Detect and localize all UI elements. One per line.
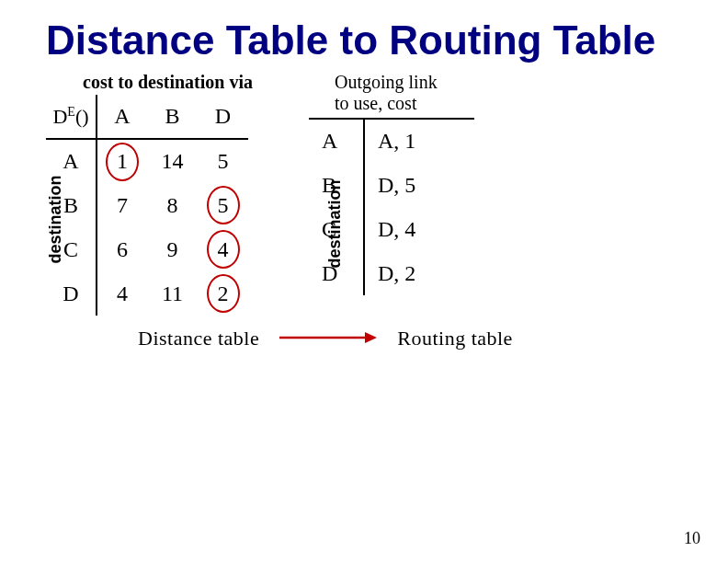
cell: 7 bbox=[97, 183, 147, 227]
rt-dest: D bbox=[309, 251, 364, 295]
cell: 4 bbox=[198, 227, 248, 271]
rt-val: D, 2 bbox=[364, 251, 474, 295]
cell: 8 bbox=[147, 183, 198, 227]
cell: 14 bbox=[147, 139, 198, 183]
cost-via-label: cost to destination via bbox=[83, 72, 253, 93]
cell: 5 bbox=[198, 139, 248, 183]
corner-paren: () bbox=[75, 105, 89, 128]
row-header: D bbox=[46, 271, 97, 316]
cell: 6 bbox=[97, 227, 147, 271]
rt-val: D, 4 bbox=[364, 207, 474, 251]
corner-d: D bbox=[52, 105, 67, 128]
corner-label: DE() bbox=[46, 95, 97, 139]
col-header: D bbox=[198, 95, 248, 139]
rt-val: D, 5 bbox=[364, 163, 474, 207]
outgoing-label: Outgoing link to use, cost bbox=[335, 72, 474, 114]
rt-dest: A bbox=[309, 119, 364, 163]
page-title: Distance Table to Routing Table bbox=[46, 18, 682, 63]
routing-table-block: destination Outgoing link to use, cost A… bbox=[309, 72, 474, 295]
cell: 11 bbox=[147, 271, 198, 316]
distance-table: DE() A B D A 1 14 5 B 7 8 5 bbox=[46, 95, 248, 316]
outgoing-label-line1: Outgoing link bbox=[335, 72, 438, 92]
cell: 9 bbox=[147, 227, 198, 271]
col-header: A bbox=[97, 95, 147, 139]
cell: 5 bbox=[198, 183, 248, 227]
arrow-icon bbox=[278, 327, 379, 349]
rt-dest: B bbox=[309, 163, 364, 207]
row-header: B bbox=[46, 183, 97, 227]
distance-table-block: destination cost to destination via DE()… bbox=[46, 72, 253, 316]
row-header: C bbox=[46, 227, 97, 271]
cell: 4 bbox=[97, 271, 147, 316]
page-number: 10 bbox=[684, 529, 700, 548]
rt-dest: C bbox=[309, 207, 364, 251]
cell: 2 bbox=[198, 271, 248, 316]
rt-val: A, 1 bbox=[364, 119, 474, 163]
outgoing-label-line2: to use, cost bbox=[335, 93, 416, 113]
cell: 1 bbox=[97, 139, 147, 183]
routing-table: A A, 1 B D, 5 C D, 4 D D, 2 bbox=[309, 118, 474, 295]
corner-e: E bbox=[67, 105, 75, 119]
distance-table-caption: Distance table bbox=[138, 327, 259, 350]
row-header: A bbox=[46, 139, 97, 183]
routing-table-caption: Routing table bbox=[397, 327, 513, 350]
svg-marker-1 bbox=[365, 332, 377, 343]
col-header: B bbox=[147, 95, 198, 139]
